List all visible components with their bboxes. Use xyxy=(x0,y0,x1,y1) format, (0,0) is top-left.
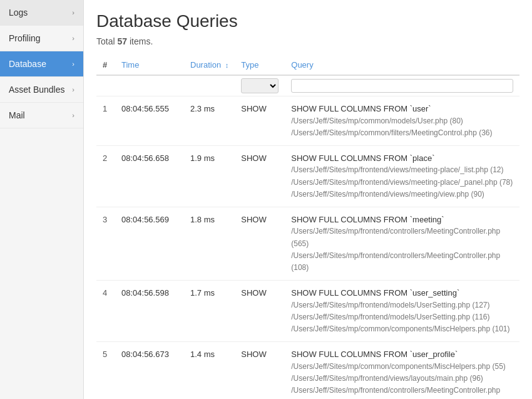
query-main-text: SHOW FULL COLUMNS FROM `user` xyxy=(291,103,513,115)
sidebar: Logs›Profiling›Database›Asset Bundles›Ma… xyxy=(0,0,84,399)
row-duration: 1.4 ms xyxy=(184,342,235,399)
sidebar-item-database[interactable]: Database› xyxy=(0,51,83,77)
col-header-duration: Duration ↕ xyxy=(184,55,235,75)
type-filter-select[interactable]: SHOW SELECT xyxy=(241,78,279,93)
row-type: SHOW xyxy=(235,281,285,342)
total-count-text: Total 57 items. xyxy=(96,36,519,46)
page-title: Database Queries xyxy=(96,11,519,31)
sidebar-item-profiling[interactable]: Profiling› xyxy=(0,26,83,51)
filter-row: SHOW SELECT xyxy=(96,75,519,96)
row-duration: 1.9 ms xyxy=(184,145,235,207)
row-type: SHOW xyxy=(235,342,285,399)
sort-icon: ↕ xyxy=(225,61,229,69)
row-query: SHOW FULL COLUMNS FROM `user_setting`/Us… xyxy=(285,281,519,342)
row-time: 08:04:56.569 xyxy=(115,207,184,280)
row-type: SHOW xyxy=(235,96,285,146)
sidebar-item-mail[interactable]: Mail› xyxy=(0,103,83,128)
col-header-num: # xyxy=(96,55,115,75)
main-content: Database Queries Total 57 items. # Time … xyxy=(84,0,532,399)
row-num: 5 xyxy=(96,342,115,399)
row-query: SHOW FULL COLUMNS FROM `meeting`/Users/J… xyxy=(285,207,519,280)
sidebar-item-logs[interactable]: Logs› xyxy=(0,0,83,26)
table-row: 208:04:56.6581.9 msSHOWSHOW FULL COLUMNS… xyxy=(96,145,519,207)
query-path-text: /Users/Jeff/Sites/mp/frontend/views/meet… xyxy=(291,189,513,200)
table-header-row: # Time Duration ↕ Type Query xyxy=(96,55,519,75)
query-main-text: SHOW FULL COLUMNS FROM `user_setting` xyxy=(291,287,513,299)
row-duration: 1.7 ms xyxy=(184,281,235,342)
table-row: 308:04:56.5691.8 msSHOWSHOW FULL COLUMNS… xyxy=(96,207,519,280)
row-time: 08:04:56.658 xyxy=(115,145,184,207)
row-time: 08:04:56.673 xyxy=(115,342,184,399)
row-duration: 2.3 ms xyxy=(184,96,235,146)
chevron-right-icon: › xyxy=(72,86,74,93)
query-path-text: /Users/Jeff/Sites/mp/frontend/controller… xyxy=(291,385,513,399)
row-type: SHOW xyxy=(235,145,285,207)
query-main-text: SHOW FULL COLUMNS FROM `meeting` xyxy=(291,214,513,226)
query-path-text: /Users/Jeff/Sites/mp/frontend/views/layo… xyxy=(291,373,513,385)
queries-table: # Time Duration ↕ Type Query SHOW SELECT xyxy=(96,55,519,399)
col-header-time: Time xyxy=(115,55,184,75)
sidebar-item-label: Mail xyxy=(9,110,25,120)
query-path-text: /Users/Jeff/Sites/mp/frontend/controller… xyxy=(291,250,513,274)
query-path-text: /Users/Jeff/Sites/mp/frontend/models/Use… xyxy=(291,311,513,323)
chevron-right-icon: › xyxy=(72,9,74,16)
table-row: 108:04:56.5552.3 msSHOWSHOW FULL COLUMNS… xyxy=(96,96,519,146)
sidebar-item-label: Logs xyxy=(9,8,28,18)
chevron-right-icon: › xyxy=(72,34,74,42)
table-row: 408:04:56.5981.7 msSHOWSHOW FULL COLUMNS… xyxy=(96,281,519,342)
row-num: 1 xyxy=(96,96,115,146)
row-time: 08:04:56.555 xyxy=(115,96,184,146)
row-query: SHOW FULL COLUMNS FROM `place`/Users/Jef… xyxy=(285,145,519,207)
query-filter-input[interactable] xyxy=(291,79,513,93)
query-path-text: /Users/Jeff/Sites/mp/common/components/M… xyxy=(291,361,513,373)
table-row: 508:04:56.6731.4 msSHOWSHOW FULL COLUMNS… xyxy=(96,342,519,399)
sidebar-item-label: Profiling xyxy=(9,33,41,43)
table-body: 108:04:56.5552.3 msSHOWSHOW FULL COLUMNS… xyxy=(96,96,519,400)
query-path-text: /Users/Jeff/Sites/mp/common/filters/Meet… xyxy=(291,127,513,139)
col-header-type: Type xyxy=(235,55,285,75)
query-path-text: /Users/Jeff/Sites/mp/common/models/User.… xyxy=(291,115,513,127)
sidebar-item-asset-bundles[interactable]: Asset Bundles› xyxy=(0,77,83,103)
query-main-text: SHOW FULL COLUMNS FROM `place` xyxy=(291,152,513,165)
total-number: 57 xyxy=(117,36,127,46)
row-duration: 1.8 ms xyxy=(184,207,235,280)
query-path-text: /Users/Jeff/Sites/mp/frontend/views/meet… xyxy=(291,164,513,176)
query-path-text: /Users/Jeff/Sites/mp/frontend/controller… xyxy=(291,225,513,249)
chevron-right-icon: › xyxy=(72,60,74,68)
row-num: 3 xyxy=(96,207,115,280)
query-path-text: /Users/Jeff/Sites/mp/frontend/views/meet… xyxy=(291,177,513,189)
sidebar-item-label: Database xyxy=(9,59,46,69)
query-path-text: /Users/Jeff/Sites/mp/frontend/models/Use… xyxy=(291,299,513,311)
col-header-query: Query xyxy=(285,55,519,75)
row-type: SHOW xyxy=(235,207,285,280)
query-path-text: /Users/Jeff/Sites/mp/common/components/M… xyxy=(291,323,513,335)
row-num: 4 xyxy=(96,281,115,342)
chevron-right-icon: › xyxy=(72,111,74,119)
row-query: SHOW FULL COLUMNS FROM `user`/Users/Jeff… xyxy=(285,96,519,146)
query-main-text: SHOW FULL COLUMNS FROM `user_profile` xyxy=(291,348,513,361)
row-query: SHOW FULL COLUMNS FROM `user_profile`/Us… xyxy=(285,342,519,399)
sidebar-item-label: Asset Bundles xyxy=(9,85,65,95)
row-num: 2 xyxy=(96,145,115,207)
row-time: 08:04:56.598 xyxy=(115,281,184,342)
